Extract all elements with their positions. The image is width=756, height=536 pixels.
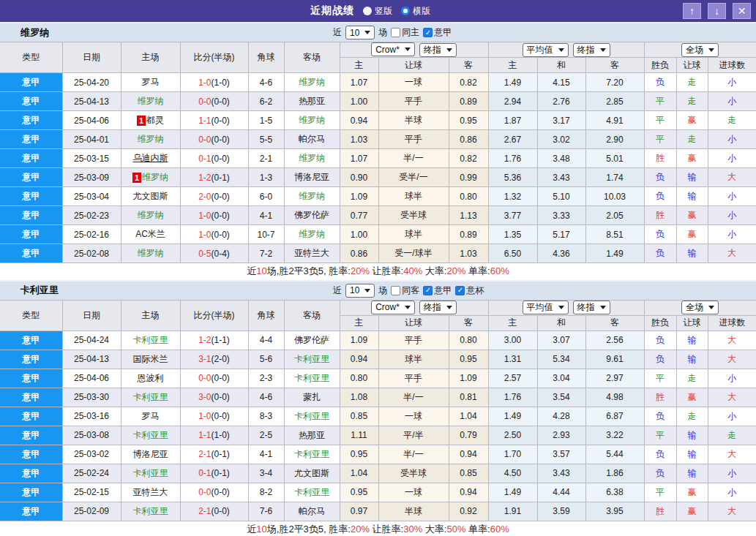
league-cell: 意甲	[0, 502, 62, 521]
same-home-checkbox[interactable]: 同主	[391, 26, 419, 39]
handicap-home-odds: 1.00	[340, 225, 378, 244]
league-cell: 意甲	[0, 331, 62, 350]
radio-icon	[363, 7, 372, 15]
home-team-cell: AC米兰	[121, 225, 180, 244]
handicap-away-odds: 1.13	[449, 206, 488, 225]
layout-vertical-radio[interactable]: 竖版	[363, 5, 392, 18]
date-cell: 25-03-16	[62, 407, 121, 426]
move-up-button[interactable]: ↑	[683, 3, 701, 19]
home-team-cell: 卡利亚里	[121, 388, 180, 407]
result-text: 输	[688, 191, 697, 201]
home-team-name: 都灵	[146, 115, 164, 125]
col-handicap-home: 主	[340, 315, 378, 331]
col-handicap-home: 主	[340, 58, 378, 73]
fulltime-score: 1-1	[198, 430, 211, 440]
close-button[interactable]: ✕	[733, 3, 751, 19]
bookmaker-select[interactable]: Crow*	[371, 42, 415, 56]
serie-a-checkbox[interactable]: ✓意甲	[423, 26, 452, 39]
euro-final-select[interactable]: 终指	[573, 43, 610, 57]
match-count-select[interactable]: 10	[345, 26, 375, 39]
away-team-cell: 卡利亚里	[284, 483, 340, 502]
col-handicap-line: 让球	[378, 58, 449, 73]
handicap-final-select[interactable]: 终指	[419, 301, 457, 314]
result-text: 输	[688, 468, 697, 478]
layout-horizontal-radio[interactable]: 横版	[401, 5, 430, 18]
euro-away-odds: 10.03	[585, 187, 644, 206]
result-text: 大	[727, 335, 736, 345]
match-count-value: 10	[350, 28, 359, 38]
euro-home-odds: 1.91	[488, 502, 537, 521]
average-value: 平均值	[527, 301, 553, 314]
games-label: 场	[378, 26, 387, 39]
handicap-final-select[interactable]: 终指	[419, 43, 457, 57]
bookmaker-value: Crow*	[375, 45, 400, 55]
titlebar-buttons: ↑ ↓ ✕	[683, 3, 756, 19]
away-team-name: 佛罗伦萨	[294, 335, 329, 345]
euro-away-odds: 1.86	[585, 464, 644, 483]
summary-segment: 60%	[490, 265, 509, 276]
result-text: 赢	[688, 487, 697, 497]
result-goals: 大	[708, 244, 756, 263]
arrow-up-icon: ↑	[689, 5, 695, 17]
average-select[interactable]: 平均值	[523, 301, 569, 314]
handicap-away-odds: 0.79	[449, 426, 488, 445]
fulltime-score: 0-1	[198, 468, 211, 478]
corner-cell: 6-2	[248, 92, 284, 111]
match-count-value: 10	[350, 285, 359, 295]
home-team-name: 罗马	[142, 77, 160, 87]
euro-home-odds: 2.94	[488, 92, 537, 111]
league-cell: 意甲	[0, 187, 62, 206]
match-count-select[interactable]: 10	[345, 284, 375, 298]
move-down-button[interactable]: ↓	[708, 3, 726, 19]
away-team-name: 热那亚	[299, 96, 325, 106]
result-winlose: 平	[644, 483, 676, 502]
result-text: 走	[688, 77, 697, 87]
col-handicap-line: 让球	[378, 315, 449, 331]
checkbox-label: 意甲	[434, 26, 452, 39]
matches-table: 类型 日期 主场 比分(半场) 角球 客场 Crow*终指 平均值终指 全场	[0, 300, 756, 536]
result-text: 平	[656, 373, 665, 383]
score-cell: 1-1(1-0)	[180, 426, 248, 445]
euro-away-odds: 5.44	[585, 445, 644, 464]
home-team-name: 博洛尼亚	[133, 449, 168, 459]
home-team-name: 罗马	[142, 411, 160, 421]
summary-segment: 近	[247, 524, 256, 535]
result-goals: 大	[708, 502, 756, 521]
average-select[interactable]: 平均值	[523, 43, 569, 57]
handicap-line: 受一/球半	[378, 244, 449, 263]
result-handicap: 输	[676, 244, 708, 263]
result-winlose: 平	[644, 369, 676, 388]
halftime-score: (0-0)	[212, 392, 230, 402]
match-row: 意甲25-04-20罗马1-0(1-0)4-6维罗纳1.07一球0.821.49…	[0, 73, 756, 92]
league-cell: 意甲	[0, 73, 62, 92]
result-text: 赢	[688, 506, 697, 516]
col-result-wdl: 胜负	[644, 315, 676, 331]
score-cell: 0-5(0-4)	[180, 244, 248, 263]
chevron-down-icon	[600, 306, 606, 309]
league-cell: 意甲	[0, 111, 62, 130]
same-away-checkbox[interactable]: 同客	[391, 284, 419, 297]
home-team-cell: 维罗纳	[121, 130, 180, 149]
coppa-italia-checkbox[interactable]: ✓意杯	[455, 284, 484, 297]
euro-away-odds: 2.85	[585, 92, 644, 111]
result-text: 小	[727, 153, 736, 163]
bookmaker-select[interactable]: Crow*	[371, 301, 415, 314]
home-team-cell: 国际米兰	[121, 350, 180, 369]
result-handicap: 输	[676, 350, 708, 369]
col-type: 类型	[0, 300, 62, 331]
halftime-score: (2-0)	[212, 354, 230, 364]
score-cell: 0-0(0-0)	[180, 130, 248, 149]
serie-a-checkbox[interactable]: ✓意甲	[423, 284, 452, 297]
scope-select[interactable]: 全场	[681, 301, 719, 314]
handicap-odds-group-header: Crow*终指	[340, 300, 488, 315]
home-team-name[interactable]: 乌迪内斯	[133, 153, 168, 163]
result-goals: 小	[708, 130, 756, 149]
fulltime-score: 0-0	[198, 487, 211, 497]
away-team-name: 维罗纳	[299, 77, 325, 87]
euro-final-select[interactable]: 终指	[573, 301, 610, 314]
home-team-cell: 乌迪内斯	[121, 149, 180, 168]
chevron-down-icon	[446, 306, 452, 309]
page-title: 近期战绩	[310, 4, 354, 18]
scope-select[interactable]: 全场	[681, 43, 719, 57]
summary-segment: 10	[256, 265, 266, 276]
